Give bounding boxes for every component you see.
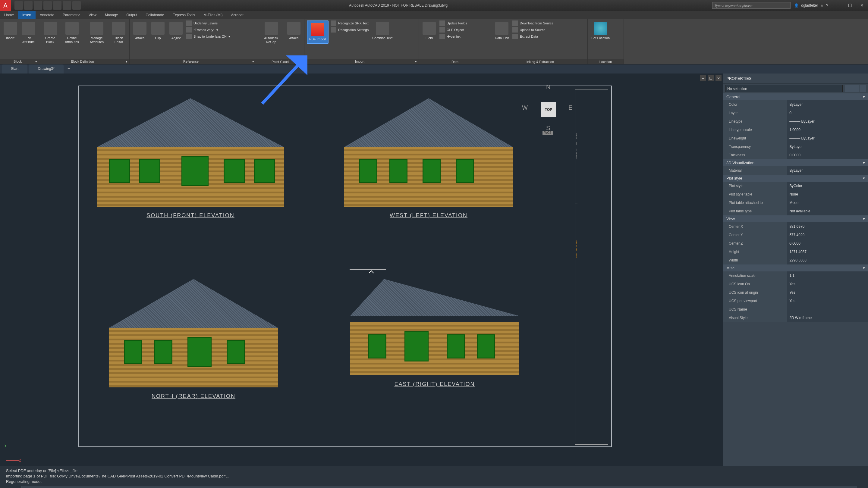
doctab-start[interactable]: Start	[2, 64, 27, 73]
prop-value[interactable]: ByLayer	[787, 142, 868, 151]
qat-save[interactable]	[34, 1, 42, 10]
prop-row[interactable]: Plot styleByColor	[723, 182, 868, 190]
download-source-button[interactable]: Download from Source	[513, 21, 553, 26]
prop-row[interactable]: Annotation scale1:1	[723, 271, 868, 280]
panel-title-reference[interactable]: Reference ▾	[130, 59, 256, 64]
panel-title-pointcloud[interactable]: Point Cloud	[256, 59, 304, 64]
help-icon[interactable]: ?	[826, 3, 828, 7]
prop-row[interactable]: Width2290.5563	[723, 256, 868, 264]
help-search[interactable]: Type a keyword or phrase	[712, 2, 790, 9]
menu-parametric[interactable]: Parametric	[59, 11, 84, 19]
menu-annotate[interactable]: Annotate	[36, 11, 59, 19]
menu-output[interactable]: Output	[122, 11, 141, 19]
block-editor-button[interactable]: Block Editor	[111, 21, 127, 45]
prop-value[interactable]: None	[787, 190, 868, 198]
doctab-add[interactable]: +	[65, 64, 73, 73]
prop-row[interactable]: MaterialByLayer	[723, 166, 868, 175]
edit-attribute-button[interactable]: Edit Attribute	[21, 21, 36, 45]
snap-underlays-button[interactable]: Snap to Underlays ON ▾	[186, 34, 230, 39]
prop-row[interactable]: Layer0	[723, 109, 868, 117]
qat-plot[interactable]	[53, 1, 61, 10]
update-fields-button[interactable]: Update Fields	[439, 21, 467, 26]
prop-value[interactable]: ByLayer	[787, 100, 868, 109]
prop-value[interactable]: 577.4929	[787, 231, 868, 239]
prop-value[interactable]: ——— ByLayer	[787, 134, 868, 142]
prop-row[interactable]: Lineweight——— ByLayer	[723, 134, 868, 142]
prop-row[interactable]: Plot table typeNot available	[723, 207, 868, 216]
prop-row[interactable]: Thickness0.0000	[723, 151, 868, 159]
combine-text-button[interactable]: Combine Text	[371, 21, 394, 41]
user-name[interactable]: dgladfelter	[801, 3, 818, 7]
prop-value[interactable]: 0	[787, 109, 868, 117]
qat-saveas[interactable]	[43, 1, 52, 10]
qat-new[interactable]	[14, 1, 23, 10]
canvas-minimize[interactable]: –	[700, 75, 706, 82]
pdf-import-button[interactable]: PDF Import	[307, 21, 329, 44]
manage-attributes-button[interactable]: Manage Attributes	[85, 21, 108, 45]
hyperlink-button[interactable]: Hyperlink	[439, 34, 467, 39]
prop-value[interactable]	[787, 305, 868, 314]
panel-title-data[interactable]: Data	[419, 59, 491, 64]
datalink-button[interactable]: Data Link	[494, 21, 510, 41]
menu-view[interactable]: View	[84, 11, 101, 19]
doctab-drawing3[interactable]: Drawing3*	[29, 64, 63, 73]
prop-row[interactable]: Center X881.6970	[723, 222, 868, 231]
command-input[interactable]: ▸ Type a command	[21, 486, 857, 488]
pickadd-icon[interactable]	[860, 85, 866, 92]
field-button[interactable]: Field	[421, 21, 437, 41]
qat-undo[interactable]	[63, 1, 71, 10]
insert-block-button[interactable]: Insert	[2, 21, 18, 41]
panel-title-import[interactable]: Import ▾	[304, 59, 418, 64]
panel-title-linking[interactable]: Linking & Extraction	[491, 59, 587, 64]
user-icon[interactable]: 👤	[794, 3, 799, 7]
prop-group-general[interactable]: General▾	[723, 93, 868, 100]
prop-row[interactable]: TransparencyByLayer	[723, 142, 868, 151]
define-attributes-button[interactable]: Define Attributes	[61, 21, 83, 45]
canvas-restore[interactable]: ☐	[708, 75, 714, 82]
prop-row[interactable]: UCS per viewportYes	[723, 297, 868, 305]
window-maximize[interactable]: ☐	[844, 0, 856, 11]
prop-value[interactable]: ByLayer	[787, 166, 868, 175]
prop-value[interactable]: 881.6970	[787, 222, 868, 231]
set-location-button[interactable]: Set Location	[590, 21, 611, 41]
prop-group--d-visualization[interactable]: 3D Visualization▾	[723, 159, 868, 166]
menu-home[interactable]: Home	[0, 11, 18, 19]
prop-value[interactable]: 2290.5563	[787, 256, 868, 264]
prop-value[interactable]: Not available	[787, 207, 868, 216]
recap-button[interactable]: Autodesk ReCap	[258, 21, 284, 45]
panel-title-location[interactable]: Location	[588, 59, 624, 64]
prop-row[interactable]: Center Y577.4929	[723, 231, 868, 239]
qat-redo[interactable]	[72, 1, 81, 10]
prop-value[interactable]: Yes	[787, 280, 868, 288]
prop-row[interactable]: UCS icon OnYes	[723, 280, 868, 288]
prop-value[interactable]: Yes	[787, 288, 868, 297]
app-logo[interactable]: A	[0, 0, 11, 11]
prop-value[interactable]: 2D Wireframe	[787, 314, 868, 322]
prop-value[interactable]: 0.0000	[787, 239, 868, 248]
selection-combo[interactable]: No selection	[725, 85, 843, 92]
clip-button[interactable]: Clip	[150, 21, 166, 41]
create-block-button[interactable]: Create Block	[41, 21, 59, 45]
underlay-layers-button[interactable]: Underlay Layers	[186, 21, 230, 26]
drawing-canvas[interactable]: – ☐ ✕ N S W E TOP WCS	[0, 73, 723, 466]
prop-row[interactable]: UCS Name	[723, 305, 868, 314]
prop-row[interactable]: Plot table attached toModel	[723, 198, 868, 207]
qat-open[interactable]	[24, 1, 33, 10]
adjust-button[interactable]: Adjust	[168, 21, 184, 41]
prop-value[interactable]: 1:1	[787, 271, 868, 280]
ole-object-button[interactable]: OLE Object	[439, 27, 467, 33]
menu-collaborate[interactable]: Collaborate	[141, 11, 168, 19]
attach-button[interactable]: Attach	[132, 21, 148, 41]
command-close-icon[interactable]: ✕	[6, 487, 12, 488]
prop-row[interactable]: ColorByLayer	[723, 100, 868, 109]
prop-row[interactable]: Plot style tableNone	[723, 190, 868, 198]
panel-title-block[interactable]: Block ▾	[0, 59, 39, 64]
menu-acrobat[interactable]: Acrobat	[227, 11, 247, 19]
command-customize-icon[interactable]: ⎔	[14, 487, 19, 488]
menu-m-files-mi-[interactable]: M-Files (Mi)	[199, 11, 227, 19]
menu-manage[interactable]: Manage	[101, 11, 122, 19]
prop-value[interactable]: Model	[787, 198, 868, 207]
favorites-icon[interactable]: ☆	[820, 3, 824, 7]
panel-title-blockdef[interactable]: Block Definition ▾	[39, 59, 129, 64]
selectobjects-icon[interactable]	[852, 85, 859, 92]
